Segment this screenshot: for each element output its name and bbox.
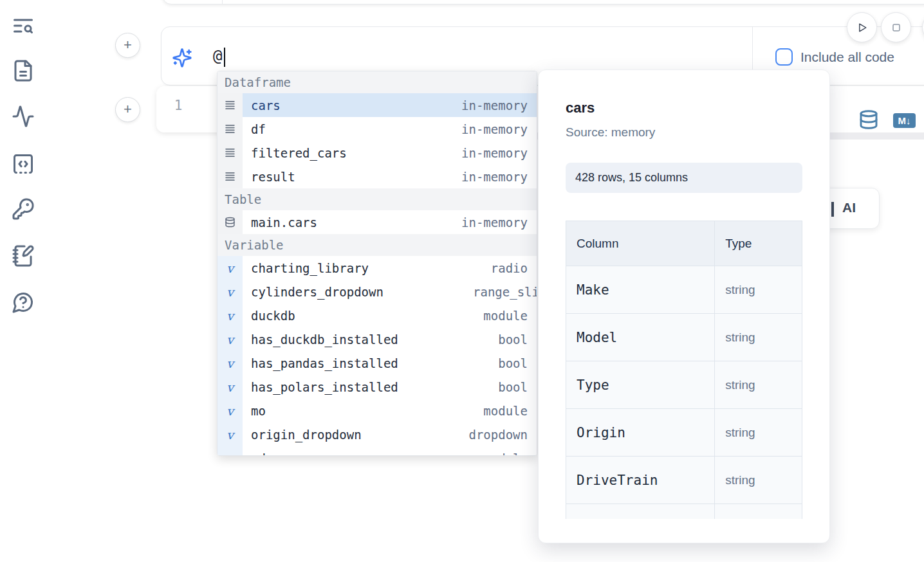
line-number: 1 [167,98,189,113]
document-icon[interactable] [12,59,35,82]
autocomplete-item-pd[interactable]: v pdmodule [217,446,537,456]
autocomplete-item-df[interactable]: dfin-memory [217,117,537,141]
preview-title: cars [566,100,802,116]
variable-icon: v [217,280,243,304]
dataframe-icon [217,93,243,117]
dataframe-preview-panel: cars Source: memory 428 rows, 15 columns… [538,69,830,543]
variable-icon: v [217,256,243,280]
previous-cell-fragment [162,0,924,5]
schema-table-wrap: Column Type Make string Model string Typ… [566,221,802,519]
table-row [566,504,802,520]
clipped-letter-fragment [831,202,834,217]
autocomplete-item-cars[interactable]: carsin-memory [217,93,537,117]
variable-icon: v [217,422,243,446]
file-search-icon[interactable] [12,14,35,37]
play-icon [856,21,869,34]
activity-icon[interactable] [12,105,35,128]
help-chat-icon[interactable] [12,291,35,314]
variable-icon: v [217,399,243,422]
table-row: Make string [566,266,802,314]
include-all-code-checkbox[interactable] [775,48,793,66]
dataframe-icon [217,141,243,165]
autocomplete-item-has-polars-installed[interactable]: v has_polars_installedbool [217,375,537,399]
dataframe-icon [217,165,243,188]
secrets-key-icon[interactable] [12,197,35,221]
table-row: Model string [566,314,802,361]
variable-icon: v [217,351,243,375]
stop-square-icon [890,21,903,34]
autocomplete-item-filtered-cars[interactable]: filtered_carsin-memory [217,141,537,165]
group-header-dataframe: Dataframe [217,71,537,93]
add-cell-above-button[interactable]: + [115,33,140,58]
table-header-row: Column Type [566,221,802,266]
variable-icon: v [217,304,243,327]
autocomplete-item-main-cars[interactable]: main.carsin-memory [217,210,537,234]
type-header: Type [715,221,802,266]
autocomplete-item-duckdb[interactable]: v duckdbmodule [217,304,537,327]
autocomplete-dropdown[interactable]: Dataframe carsin-memory dfin-memory filt… [217,71,537,456]
ai-sparkles-icon [172,48,192,68]
include-all-code-label: Include all code [800,50,894,65]
group-header-variable: Variable [217,234,537,256]
variable-icon: v [217,327,243,351]
add-cell-below-button[interactable]: + [115,97,140,122]
group-header-table: Table [217,188,537,210]
ai-prompt-input[interactable]: @ [213,47,222,65]
table-database-icon [217,210,243,234]
stop-cell-button[interactable] [881,12,911,42]
ai-button-label: AI [842,200,856,215]
autocomplete-item-charting-library[interactable]: v charting_libraryradio [217,256,537,280]
code-snippets-icon[interactable] [12,152,35,176]
database-icon[interactable] [858,109,879,130]
table-row: DriveTrain string [566,457,802,504]
autocomplete-item-has-pandas-installed[interactable]: v has_pandas_installedbool [217,351,537,375]
dataframe-icon [217,117,243,141]
run-cell-button[interactable] [847,12,877,42]
autocomplete-item-cylinders-dropdown[interactable]: v cylinders_dropdownrange_sli [217,280,537,304]
table-row: Origin string [566,409,802,457]
autocomplete-item-origin-dropdown[interactable]: v origin_dropdowndropdown [217,422,537,446]
autocomplete-item-has-duckdb-installed[interactable]: v has_duckdb_installedbool [217,327,537,351]
autocomplete-item-mo[interactable]: v momodule [217,399,537,422]
schema-table: Column Type Make string Model string Typ… [566,221,802,519]
variable-icon: v [217,446,243,456]
previous-cell-divider [222,0,223,5]
markdown-icon[interactable]: M↓ [893,113,916,128]
table-row: Type string [566,361,802,409]
variable-icon: v [217,375,243,399]
column-header: Column [566,221,715,266]
text-cursor [224,48,225,67]
autocomplete-item-result[interactable]: resultin-memory [217,165,537,188]
preview-source: Source: memory [566,125,802,140]
scratchpad-notebook-icon[interactable] [12,244,35,267]
shape-badge: 428 rows, 15 columns [566,163,802,193]
